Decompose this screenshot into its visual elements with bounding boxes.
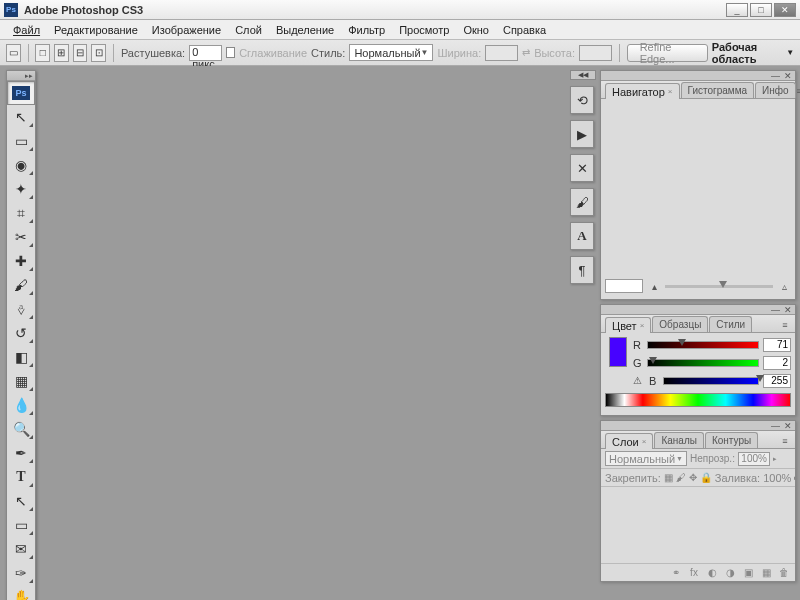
zoom-out-icon[interactable]: ▴ bbox=[647, 279, 661, 293]
panel-close-icon[interactable]: ✕ bbox=[784, 71, 792, 81]
dock-actions-icon[interactable]: ▶ bbox=[570, 120, 594, 148]
tab-styles[interactable]: Стили bbox=[709, 316, 752, 332]
tab-paths[interactable]: Контуры bbox=[705, 432, 758, 448]
close-button[interactable]: ✕ bbox=[774, 3, 796, 17]
panel-minimize-icon[interactable]: — bbox=[771, 305, 780, 315]
width-label: Ширина: bbox=[437, 47, 481, 59]
g-value[interactable]: 2 bbox=[763, 356, 791, 370]
new-layer-icon[interactable]: ▦ bbox=[758, 566, 774, 580]
height-input bbox=[579, 45, 612, 61]
dock-character-icon[interactable]: A bbox=[570, 222, 594, 250]
b-slider[interactable] bbox=[663, 377, 759, 385]
pen-tool[interactable]: ✒ bbox=[7, 441, 35, 465]
r-slider[interactable] bbox=[647, 341, 759, 349]
zoom-in-icon[interactable]: ▵ bbox=[777, 279, 791, 293]
color-gripper[interactable]: —✕ bbox=[601, 305, 795, 315]
tab-layers[interactable]: Слои× bbox=[605, 433, 653, 449]
color-panel: —✕ Цвет× Образцы Стили ≡ R71 G2 ⚠B255 bbox=[600, 304, 796, 416]
maximize-button[interactable]: □ bbox=[750, 3, 772, 17]
menu-help[interactable]: Справка bbox=[496, 22, 553, 38]
layer-style-icon[interactable]: fx bbox=[686, 566, 702, 580]
marquee-tool[interactable]: ▭ bbox=[7, 129, 35, 153]
layer-mask-icon[interactable]: ◐ bbox=[704, 566, 720, 580]
menu-window[interactable]: Окно bbox=[456, 22, 496, 38]
dock-brushes-icon[interactable]: 🖌 bbox=[570, 188, 594, 216]
selection-subtract-icon[interactable]: ⊟ bbox=[73, 44, 88, 62]
menu-image[interactable]: Изображение bbox=[145, 22, 228, 38]
dodge-tool[interactable]: 🔍 bbox=[7, 417, 35, 441]
lasso-tool[interactable]: ◉ bbox=[7, 153, 35, 177]
tool-preset-icon[interactable]: ▭ bbox=[6, 44, 21, 62]
menu-edit[interactable]: Редактирование bbox=[47, 22, 145, 38]
gradient-tool[interactable]: ▦ bbox=[7, 369, 35, 393]
tab-color[interactable]: Цвет× bbox=[605, 317, 651, 333]
gamut-warning-icon[interactable]: ⚠ bbox=[633, 375, 645, 387]
toolbox-gripper[interactable]: ▸▸ bbox=[7, 71, 35, 81]
panel-menu-icon[interactable]: ≡ bbox=[778, 318, 792, 332]
slice-tool[interactable]: ✂ bbox=[7, 225, 35, 249]
workspace-switcher[interactable]: Рабочая область▼ bbox=[712, 41, 794, 65]
panel-menu-icon[interactable]: ≡ bbox=[797, 84, 800, 98]
refine-edge-button[interactable]: Refine Edge... bbox=[627, 44, 708, 62]
panel-close-icon[interactable]: ✕ bbox=[784, 305, 792, 315]
menu-select[interactable]: Выделение bbox=[269, 22, 341, 38]
blur-tool[interactable]: 💧 bbox=[7, 393, 35, 417]
healing-brush-tool[interactable]: ✚ bbox=[7, 249, 35, 273]
tab-info[interactable]: Инфо bbox=[755, 82, 796, 98]
selection-intersect-icon[interactable]: ⊡ bbox=[91, 44, 106, 62]
panel-minimize-icon[interactable]: — bbox=[771, 421, 780, 431]
b-value[interactable]: 255 bbox=[763, 374, 791, 388]
style-dropdown[interactable]: Нормальный▼ bbox=[349, 44, 433, 61]
move-tool[interactable]: ↖ bbox=[7, 105, 35, 129]
eyedropper-tool[interactable]: ✑ bbox=[7, 561, 35, 585]
magic-wand-tool[interactable]: ✦ bbox=[7, 177, 35, 201]
dock-toolpresets-icon[interactable]: ✕ bbox=[570, 154, 594, 182]
tab-channels[interactable]: Каналы bbox=[654, 432, 704, 448]
link-layers-icon[interactable]: ⚭ bbox=[668, 566, 684, 580]
menu-filter[interactable]: Фильтр bbox=[341, 22, 392, 38]
hand-tool[interactable]: ✋ bbox=[7, 585, 35, 600]
tab-histogram[interactable]: Гистограмма bbox=[681, 82, 755, 98]
dock-paragraph-icon[interactable]: ¶ bbox=[570, 256, 594, 284]
color-preview-swatch[interactable] bbox=[609, 337, 627, 367]
zoom-percent-field[interactable] bbox=[605, 279, 643, 293]
opacity-label: Непрозр.: bbox=[690, 453, 735, 464]
clone-stamp-tool[interactable]: ⎀ bbox=[7, 297, 35, 321]
feather-input[interactable]: 0 пикс. bbox=[189, 45, 222, 61]
color-ramp[interactable] bbox=[605, 393, 791, 407]
panel-minimize-icon[interactable]: — bbox=[771, 71, 780, 81]
menu-view[interactable]: Просмотр bbox=[392, 22, 456, 38]
selection-add-icon[interactable]: ⊞ bbox=[54, 44, 69, 62]
panel-menu-icon[interactable]: ≡ bbox=[778, 434, 792, 448]
menu-file[interactable]: Файл bbox=[6, 22, 47, 38]
tab-navigator[interactable]: Навигатор× bbox=[605, 83, 680, 99]
navigator-gripper[interactable]: —✕ bbox=[601, 71, 795, 81]
width-input bbox=[485, 45, 518, 61]
layers-gripper[interactable]: —✕ bbox=[601, 421, 795, 431]
adjustment-layer-icon[interactable]: ◑ bbox=[722, 566, 738, 580]
minimize-button[interactable]: _ bbox=[726, 3, 748, 17]
zoom-slider[interactable] bbox=[665, 285, 773, 288]
tab-swatches[interactable]: Образцы bbox=[652, 316, 708, 332]
g-slider[interactable] bbox=[647, 359, 759, 367]
delete-layer-icon[interactable]: 🗑 bbox=[776, 566, 792, 580]
menu-layer[interactable]: Слой bbox=[228, 22, 269, 38]
path-selection-tool[interactable]: ↖ bbox=[7, 489, 35, 513]
history-brush-tool[interactable]: ↺ bbox=[7, 321, 35, 345]
eraser-tool[interactable]: ◧ bbox=[7, 345, 35, 369]
r-label: R bbox=[633, 339, 643, 351]
dock-history-icon[interactable]: ⟲ bbox=[570, 86, 594, 114]
options-bar: ▭ □ ⊞ ⊟ ⊡ Растушевка: 0 пикс. Сглаживани… bbox=[0, 40, 800, 66]
dock-gripper[interactable]: ◀◀ bbox=[570, 70, 596, 80]
selection-new-icon[interactable]: □ bbox=[35, 44, 50, 62]
notes-tool[interactable]: ✉ bbox=[7, 537, 35, 561]
brush-tool[interactable]: 🖌 bbox=[7, 273, 35, 297]
shape-tool[interactable]: ▭ bbox=[7, 513, 35, 537]
layers-list[interactable] bbox=[601, 487, 795, 563]
type-tool[interactable]: T bbox=[7, 465, 35, 489]
layer-group-icon[interactable]: ▣ bbox=[740, 566, 756, 580]
r-value[interactable]: 71 bbox=[763, 338, 791, 352]
b-label: B bbox=[649, 375, 659, 387]
crop-tool[interactable]: ⌗ bbox=[7, 201, 35, 225]
panel-close-icon[interactable]: ✕ bbox=[784, 421, 792, 431]
